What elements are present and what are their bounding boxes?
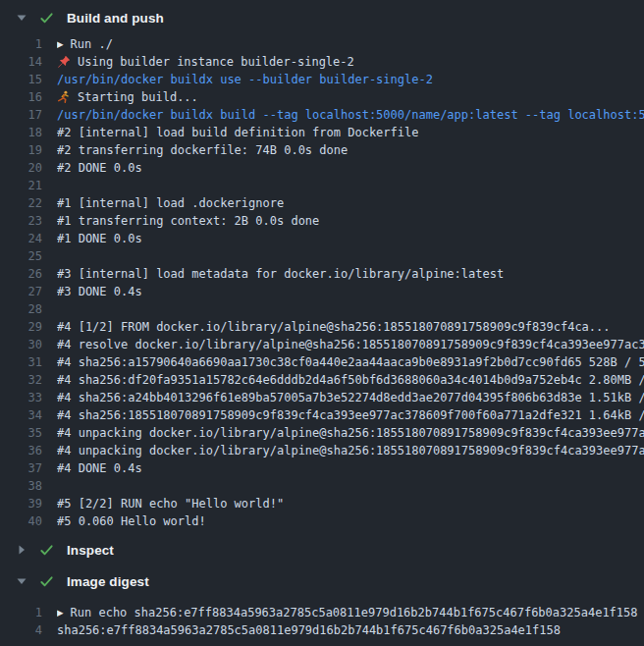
log-line: 1▶Run ./	[0, 35, 644, 53]
line-number[interactable]: 24	[0, 232, 42, 245]
log-line: 38	[0, 477, 644, 495]
log-line: 29#4 [1/2] FROM docker.io/library/alpine…	[0, 318, 644, 336]
log-line-text: #2 transferring dockerfile: 74B 0.0s don…	[57, 143, 348, 157]
log-line: 34#4 sha256:185518070891758909c9f839cf4c…	[0, 406, 644, 424]
log-line: 37#4 DONE 0.4s	[0, 459, 644, 477]
line-number[interactable]: 37	[0, 461, 42, 475]
log-text: #4 unpacking docker.io/library/alpine@sh…	[57, 444, 644, 458]
log-line: 22#1 [internal] load .dockerignore	[0, 194, 644, 212]
line-number[interactable]: 17	[0, 108, 42, 122]
chevron-down-icon	[17, 13, 27, 23]
line-number[interactable]: 18	[0, 126, 42, 139]
line-number[interactable]: 32	[0, 373, 42, 387]
line-number[interactable]: 33	[0, 391, 42, 404]
check-icon	[39, 11, 54, 26]
log-line-text: #4 unpacking docker.io/library/alpine@sh…	[57, 444, 644, 458]
line-number[interactable]: 34	[0, 408, 42, 422]
log-line-text: /usr/bin/docker buildx build --tag local…	[57, 108, 644, 122]
log-line-text: sha256:e7ff8834a5963a2785c5a0811e979d16b…	[57, 623, 561, 637]
line-number[interactable]: 26	[0, 267, 42, 281]
line-number[interactable]: 19	[0, 143, 42, 157]
log-line: 14Using builder instance builder-single-…	[0, 53, 644, 71]
section-header-image-digest[interactable]: Image digest	[0, 564, 644, 599]
line-number[interactable]: 27	[0, 285, 42, 298]
log-line: 40#5 0.060 Hello world!	[0, 512, 644, 530]
log-line-text: #4 sha256:a24bb4013296f61e89ba57005a7b3e…	[57, 391, 644, 404]
pushpin-icon	[57, 55, 71, 69]
log-text: #4 sha256:185518070891758909c9f839cf4ca3…	[57, 408, 644, 422]
line-number[interactable]: 4	[0, 623, 42, 637]
log-line-text: #4 resolve docker.io/library/alpine@sha2…	[57, 338, 644, 351]
line-number[interactable]: 28	[0, 302, 42, 316]
log-line: 28	[0, 300, 644, 318]
section-header-build-and-push[interactable]: Build and push	[0, 0, 644, 35]
log-line-text: #4 sha256:df20fa9351a15782c64e6dddb2d4a6…	[57, 373, 644, 387]
line-number[interactable]: 22	[0, 196, 42, 210]
log-line-text: #4 sha256:a15790640a6690aa1730c38cf0a440…	[57, 355, 644, 369]
log-line-text: #4 sha256:185518070891758909c9f839cf4ca3…	[57, 408, 644, 422]
line-number[interactable]: 40	[0, 514, 42, 528]
line-number[interactable]: 20	[0, 161, 42, 175]
chevron-down-icon	[17, 576, 27, 586]
log-line-text: #2 [internal] load build definition from…	[57, 126, 418, 139]
log-line: 32#4 sha256:df20fa9351a15782c64e6dddb2d4…	[0, 371, 644, 389]
log-text: #3 [internal] load metadata for docker.i…	[57, 267, 504, 281]
log-line: 24#1 DONE 0.0s	[0, 230, 644, 247]
log-line: 20#2 DONE 0.0s	[0, 159, 644, 177]
run-group-expand-icon[interactable]: ▶	[57, 40, 64, 49]
log-line: 26#3 [internal] load metadata for docker…	[0, 265, 644, 283]
log-text: #4 unpacking docker.io/library/alpine@sh…	[57, 426, 644, 440]
log-line: 1▶Run echo sha256:e7ff8834a5963a2785c5a0…	[0, 604, 644, 621]
log-text: Using builder instance builder-single-2	[78, 55, 354, 69]
log-lines: 1▶Run ./14Using builder instance builder…	[0, 35, 644, 530]
log-line-text: #1 transferring context: 2B 0.0s done	[57, 214, 319, 228]
section-image-digest: Image digest1▶Run echo sha256:e7ff8834a5…	[0, 564, 644, 639]
log-text: Starting build...	[78, 90, 198, 104]
log-text: Run ./	[71, 37, 113, 51]
log-text: #2 [internal] load build definition from…	[57, 126, 418, 139]
line-number[interactable]: 1	[0, 606, 42, 619]
log-line: 15/usr/bin/docker buildx use --builder b…	[0, 71, 644, 88]
line-number[interactable]: 16	[0, 90, 42, 104]
line-number[interactable]: 31	[0, 355, 42, 369]
line-number[interactable]: 1	[0, 37, 42, 51]
log-text: #4 sha256:a15790640a6690aa1730c38cf0a440…	[57, 355, 644, 369]
log-line-text: #2 DONE 0.0s	[57, 161, 142, 175]
log-text: #4 DONE 0.4s	[57, 461, 142, 475]
run-group-expand-icon[interactable]: ▶	[57, 609, 64, 618]
chevron-right-icon	[17, 545, 27, 555]
line-number[interactable]: 21	[0, 179, 42, 192]
line-number[interactable]: 30	[0, 338, 42, 351]
log-line-text: ▶Run ./	[57, 37, 113, 51]
log-line-text: #5 [2/2] RUN echo "Hello world!"	[57, 497, 284, 511]
section-header-inspect[interactable]: Inspect	[0, 532, 644, 567]
line-number[interactable]: 25	[0, 249, 42, 263]
section-title: Image digest	[67, 574, 149, 589]
log-line: 17/usr/bin/docker buildx build --tag loc…	[0, 106, 644, 124]
line-number[interactable]: 35	[0, 426, 42, 440]
section-title: Inspect	[67, 543, 114, 558]
line-number[interactable]: 29	[0, 320, 42, 334]
line-number[interactable]: 23	[0, 214, 42, 228]
line-number[interactable]: 15	[0, 73, 42, 86]
section-inspect: Inspect	[0, 532, 644, 567]
line-number[interactable]: 36	[0, 444, 42, 458]
log-line-text: #3 [internal] load metadata for docker.i…	[57, 267, 504, 281]
log-line: 18#2 [internal] load build definition fr…	[0, 124, 644, 141]
log-line-text: #3 DONE 0.4s	[57, 285, 142, 298]
log-line-text: Using builder instance builder-single-2	[57, 55, 354, 69]
line-number[interactable]: 38	[0, 479, 42, 493]
log-lines: 1▶Run echo sha256:e7ff8834a5963a2785c5a0…	[0, 599, 644, 639]
log-line-text: #1 DONE 0.0s	[57, 232, 142, 245]
log-text: #5 0.060 Hello world!	[57, 514, 206, 528]
log-text: /usr/bin/docker buildx build --tag local…	[57, 108, 644, 122]
log-line: 4sha256:e7ff8834a5963a2785c5a0811e979d16…	[0, 621, 644, 639]
log-line-text: #4 unpacking docker.io/library/alpine@sh…	[57, 426, 644, 440]
log-line-text: /usr/bin/docker buildx use --builder bui…	[57, 73, 433, 86]
line-number[interactable]: 39	[0, 497, 42, 511]
log-line-text: #4 DONE 0.4s	[57, 461, 142, 475]
log-line: 39#5 [2/2] RUN echo "Hello world!"	[0, 495, 644, 512]
line-number[interactable]: 14	[0, 55, 42, 69]
log-text: #3 DONE 0.4s	[57, 285, 142, 298]
log-line-text: Starting build...	[57, 90, 198, 104]
